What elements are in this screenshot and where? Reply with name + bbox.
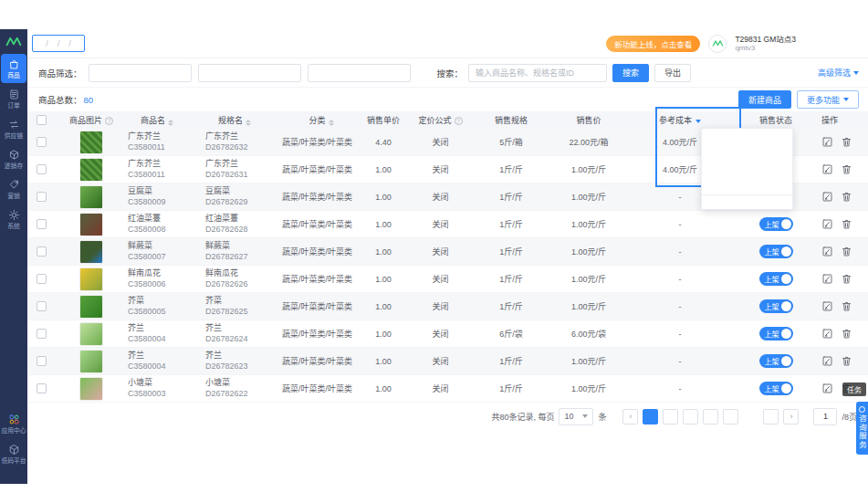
row-checkbox[interactable] bbox=[37, 192, 47, 202]
sidebar-item[interactable]: 应用中心 bbox=[1, 409, 26, 438]
dropdown-item[interactable] bbox=[702, 169, 792, 182]
category-select[interactable] bbox=[89, 64, 192, 82]
table-header-cell[interactable]: 销售状态 bbox=[730, 114, 821, 126]
status-toggle[interactable]: 上架 bbox=[759, 327, 793, 341]
edit-icon[interactable] bbox=[821, 328, 833, 340]
edit-icon[interactable] bbox=[821, 300, 833, 312]
topbar-action-icon[interactable] bbox=[846, 37, 859, 50]
delete-icon[interactable] bbox=[841, 273, 852, 285]
per-page-select[interactable]: 10 bbox=[559, 408, 593, 425]
product-image[interactable] bbox=[79, 295, 103, 319]
sidebar-item[interactable]: 系统 bbox=[1, 204, 26, 234]
status-toggle[interactable]: 上架 bbox=[759, 245, 793, 258]
sidebar-item[interactable]: 低码平台 bbox=[1, 439, 26, 468]
edit-icon[interactable] bbox=[821, 163, 833, 175]
breadcrumb-item[interactable] bbox=[64, 38, 76, 48]
account-info[interactable]: T29831 GM站点3 qmtv3 bbox=[735, 35, 796, 53]
dropdown-item[interactable] bbox=[702, 131, 792, 143]
edit-icon[interactable] bbox=[821, 191, 833, 203]
delete-icon[interactable] bbox=[841, 300, 852, 312]
table-header-cell[interactable]: 销售价 bbox=[548, 114, 630, 126]
row-checkbox[interactable] bbox=[37, 246, 47, 257]
delete-icon[interactable] bbox=[841, 246, 852, 257]
prev-page-button[interactable]: ‹ bbox=[622, 409, 638, 424]
service-tab[interactable]: 咨询服务 bbox=[856, 402, 868, 455]
table-header-cell[interactable]: 参考成本 bbox=[630, 114, 730, 126]
table-header-cell[interactable]: 商品名 bbox=[128, 114, 205, 126]
create-product-button[interactable]: 新建商品 bbox=[738, 90, 791, 109]
product-image[interactable] bbox=[79, 240, 103, 264]
page-button[interactable] bbox=[703, 409, 718, 424]
status-toggle[interactable]: 上架 bbox=[759, 217, 793, 231]
advanced-filter-link[interactable]: 高级筛选 bbox=[818, 67, 859, 79]
status-toggle[interactable]: 上架 bbox=[759, 354, 793, 368]
page-button[interactable] bbox=[643, 409, 658, 424]
delete-icon[interactable] bbox=[841, 136, 852, 148]
table-header-cell[interactable]: 销售规格 bbox=[475, 114, 548, 126]
row-checkbox[interactable] bbox=[37, 301, 47, 311]
product-image[interactable] bbox=[79, 213, 103, 236]
product-image[interactable] bbox=[79, 350, 103, 373]
table-header-cell[interactable]: 规格名 bbox=[205, 114, 278, 126]
product-image[interactable] bbox=[79, 185, 103, 209]
edit-icon[interactable] bbox=[821, 355, 833, 367]
product-image[interactable] bbox=[79, 267, 103, 291]
delete-icon[interactable] bbox=[841, 218, 852, 230]
table-header-cell[interactable]: 操作 bbox=[821, 114, 868, 126]
select-all-checkbox[interactable] bbox=[37, 115, 47, 125]
edit-icon[interactable] bbox=[821, 136, 833, 148]
status-toggle[interactable]: 上架 bbox=[759, 382, 793, 395]
delete-icon[interactable] bbox=[841, 163, 852, 175]
avatar[interactable] bbox=[708, 35, 727, 53]
search-button[interactable]: 搜索 bbox=[612, 64, 649, 82]
row-checkbox[interactable] bbox=[37, 164, 47, 174]
row-checkbox[interactable] bbox=[37, 356, 47, 366]
product-image[interactable] bbox=[79, 322, 103, 346]
edit-icon[interactable] bbox=[821, 218, 833, 230]
dropdown-item[interactable] bbox=[702, 143, 792, 156]
row-checkbox[interactable] bbox=[37, 137, 47, 147]
row-checkbox[interactable] bbox=[37, 383, 47, 393]
table-header-cell[interactable]: 定价公式 ? bbox=[406, 114, 475, 126]
new-feature-badge[interactable]: 新功能上线，点击查看 bbox=[606, 36, 700, 52]
page-button[interactable] bbox=[683, 409, 698, 424]
table-header-cell[interactable]: 分类 bbox=[278, 114, 361, 126]
status-toggle[interactable]: 上架 bbox=[759, 299, 793, 313]
dropdown-item[interactable] bbox=[702, 182, 792, 194]
delete-icon[interactable] bbox=[841, 328, 852, 340]
category-select[interactable] bbox=[198, 64, 301, 82]
product-image[interactable] bbox=[79, 131, 103, 154]
row-checkbox[interactable] bbox=[37, 274, 47, 284]
page-button[interactable] bbox=[723, 409, 738, 424]
table-header-cell[interactable]: 商品图片 ? bbox=[55, 114, 128, 126]
next-page-button[interactable]: › bbox=[783, 409, 799, 424]
search-input[interactable] bbox=[468, 64, 607, 82]
topbar-action-icon[interactable] bbox=[804, 37, 817, 50]
page-jump-input[interactable] bbox=[813, 408, 837, 425]
product-image[interactable] bbox=[79, 158, 103, 182]
topbar-action-icon[interactable] bbox=[825, 37, 838, 50]
edit-icon[interactable] bbox=[821, 273, 833, 285]
delete-icon[interactable] bbox=[841, 355, 852, 367]
sidebar-item[interactable]: 商品 bbox=[1, 54, 26, 83]
sidebar-item[interactable]: 订单 bbox=[1, 84, 26, 113]
edit-icon[interactable] bbox=[821, 382, 833, 394]
status-toggle[interactable]: 上架 bbox=[759, 272, 793, 286]
edit-icon[interactable] bbox=[821, 246, 833, 257]
row-checkbox[interactable] bbox=[37, 329, 47, 339]
row-checkbox[interactable] bbox=[37, 219, 47, 229]
page-button[interactable] bbox=[763, 409, 779, 424]
dropdown-item[interactable] bbox=[702, 194, 792, 207]
product-image[interactable] bbox=[79, 377, 103, 401]
sidebar-item[interactable]: 进销存 bbox=[1, 144, 26, 173]
delete-icon[interactable] bbox=[841, 191, 852, 203]
sidebar-item[interactable]: 供应链 bbox=[1, 114, 26, 143]
more-actions-button[interactable]: 更多功能 bbox=[797, 90, 859, 109]
category-select[interactable] bbox=[308, 64, 411, 82]
export-button[interactable]: 导出 bbox=[654, 64, 691, 82]
breadcrumb-item[interactable] bbox=[53, 38, 65, 48]
sidebar-item[interactable]: 营销 bbox=[1, 174, 26, 204]
dropdown-item[interactable] bbox=[702, 156, 792, 169]
table-header-cell[interactable]: 销售单价 bbox=[361, 114, 406, 126]
page-button[interactable] bbox=[663, 409, 678, 424]
